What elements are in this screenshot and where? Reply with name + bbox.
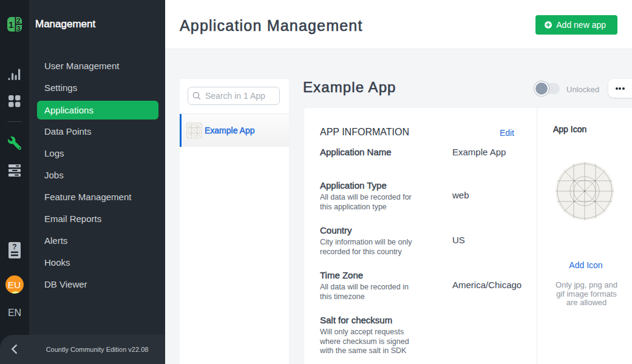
svg-text:?: ? <box>12 243 16 251</box>
svg-text:2: 2 <box>17 17 21 24</box>
svg-text:1: 1 <box>8 19 13 30</box>
svg-text:EU: EU <box>8 280 21 290</box>
svg-text:3: 3 <box>17 25 21 32</box>
